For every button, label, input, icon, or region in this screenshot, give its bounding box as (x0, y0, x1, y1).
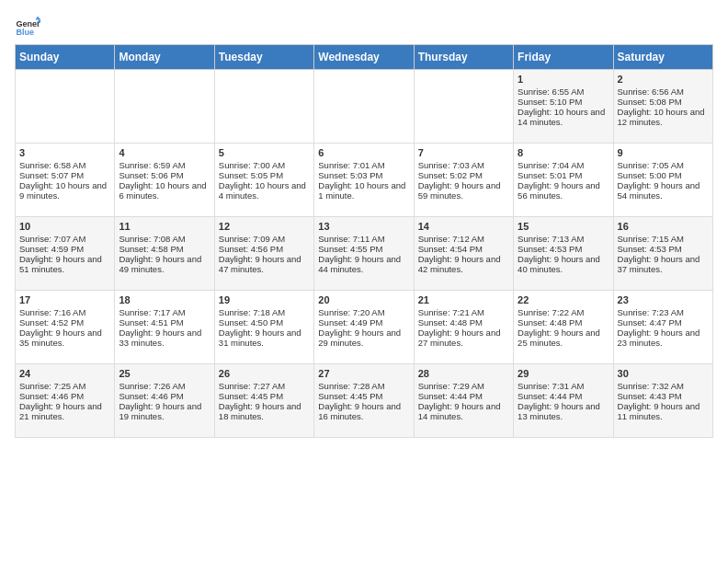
calendar-cell (414, 70, 513, 144)
day-info-line: Sunset: 4:51 PM (119, 317, 210, 327)
calendar-cell: 6Sunrise: 7:01 AMSunset: 5:03 PMDaylight… (314, 144, 414, 217)
day-info-line: Daylight: 9 hours and 29 minutes. (318, 327, 409, 348)
calendar-cell: 12Sunrise: 7:09 AMSunset: 4:56 PMDayligh… (214, 217, 313, 291)
day-info-line: Sunrise: 7:31 AM (518, 381, 609, 391)
day-number: 2 (618, 74, 709, 85)
calendar-cell: 4Sunrise: 6:59 AMSunset: 5:06 PMDaylight… (115, 144, 214, 217)
day-info-line: Sunset: 4:54 PM (418, 244, 509, 254)
day-number: 16 (618, 221, 709, 232)
day-info-line: Sunrise: 7:04 AM (518, 160, 609, 170)
day-info-line: Sunrise: 7:23 AM (618, 307, 709, 317)
day-info-line: Sunset: 4:52 PM (19, 317, 110, 327)
day-info-line: Sunset: 4:53 PM (518, 244, 609, 254)
day-info-line: Sunrise: 7:20 AM (318, 307, 409, 317)
calendar-cell: 21Sunrise: 7:21 AMSunset: 4:48 PMDayligh… (414, 291, 513, 364)
day-info-line: Daylight: 9 hours and 19 minutes. (119, 401, 210, 421)
day-number: 14 (418, 221, 509, 232)
day-info-line: Daylight: 10 hours and 9 minutes. (19, 180, 110, 201)
calendar-cell: 11Sunrise: 7:08 AMSunset: 4:58 PMDayligh… (115, 217, 214, 291)
day-info-line: Daylight: 9 hours and 40 minutes. (518, 254, 609, 274)
day-info-line: Sunrise: 7:17 AM (119, 307, 210, 317)
day-info-line: Sunset: 4:58 PM (119, 244, 210, 254)
calendar-body: 1Sunrise: 6:55 AMSunset: 5:10 PMDaylight… (16, 70, 713, 438)
day-info-line: Sunrise: 6:55 AM (518, 86, 609, 97)
day-info-line: Daylight: 9 hours and 56 minutes. (518, 180, 609, 201)
day-number: 11 (119, 221, 210, 232)
day-header: Wednesday (314, 45, 414, 70)
day-info-line: Sunrise: 7:12 AM (418, 234, 509, 244)
day-number: 26 (219, 368, 310, 379)
day-header: Thursday (414, 45, 513, 70)
day-info-line: Sunrise: 7:32 AM (618, 381, 709, 391)
day-info-line: Sunset: 4:44 PM (418, 391, 509, 401)
calendar-week-row: 10Sunrise: 7:07 AMSunset: 4:59 PMDayligh… (16, 217, 713, 291)
day-number: 15 (518, 221, 609, 232)
day-info-line: Sunrise: 7:13 AM (518, 234, 609, 244)
calendar-cell: 19Sunrise: 7:18 AMSunset: 4:50 PMDayligh… (214, 291, 313, 364)
calendar-cell: 17Sunrise: 7:16 AMSunset: 4:52 PMDayligh… (16, 291, 115, 364)
day-info-line: Daylight: 9 hours and 59 minutes. (418, 180, 509, 201)
logo: General Blue (15, 15, 44, 40)
calendar-cell: 14Sunrise: 7:12 AMSunset: 4:54 PMDayligh… (414, 217, 513, 291)
day-number: 9 (618, 147, 709, 158)
day-number: 20 (318, 294, 409, 305)
day-number: 13 (318, 221, 409, 232)
calendar-cell: 13Sunrise: 7:11 AMSunset: 4:55 PMDayligh… (314, 217, 414, 291)
day-info-line: Daylight: 9 hours and 16 minutes. (318, 401, 409, 421)
day-number: 5 (219, 147, 310, 158)
day-info-line: Sunrise: 7:22 AM (518, 307, 609, 317)
calendar-cell: 8Sunrise: 7:04 AMSunset: 5:01 PMDaylight… (514, 144, 613, 217)
calendar-week-row: 1Sunrise: 6:55 AMSunset: 5:10 PMDaylight… (16, 70, 713, 144)
day-info-line: Sunrise: 7:03 AM (418, 160, 509, 170)
day-info-line: Sunset: 4:53 PM (618, 244, 709, 254)
day-info-line: Daylight: 9 hours and 51 minutes. (19, 254, 110, 274)
day-number: 12 (219, 221, 310, 232)
calendar-header: SundayMondayTuesdayWednesdayThursdayFrid… (16, 45, 713, 70)
day-header: Saturday (613, 45, 712, 70)
day-info-line: Sunset: 4:46 PM (19, 391, 110, 401)
calendar-cell: 2Sunrise: 6:56 AMSunset: 5:08 PMDaylight… (613, 70, 712, 144)
day-info-line: Sunrise: 7:16 AM (19, 307, 110, 317)
day-info-line: Daylight: 9 hours and 23 minutes. (618, 327, 709, 348)
day-number: 10 (19, 221, 110, 232)
day-number: 18 (119, 294, 210, 305)
calendar-cell (16, 70, 115, 144)
day-info-line: Sunset: 5:06 PM (119, 170, 210, 180)
day-info-line: Daylight: 9 hours and 14 minutes. (418, 401, 509, 421)
day-info-line: Sunset: 4:50 PM (219, 317, 310, 327)
calendar-cell: 5Sunrise: 7:00 AMSunset: 5:05 PMDaylight… (214, 144, 313, 217)
day-info-line: Sunset: 5:05 PM (219, 170, 310, 180)
day-info-line: Daylight: 10 hours and 4 minutes. (219, 180, 310, 201)
calendar-cell: 16Sunrise: 7:15 AMSunset: 4:53 PMDayligh… (613, 217, 712, 291)
calendar-cell: 7Sunrise: 7:03 AMSunset: 5:02 PMDaylight… (414, 144, 513, 217)
calendar-cell: 1Sunrise: 6:55 AMSunset: 5:10 PMDaylight… (514, 70, 613, 144)
day-info-line: Daylight: 10 hours and 6 minutes. (119, 180, 210, 201)
calendar-cell: 28Sunrise: 7:29 AMSunset: 4:44 PMDayligh… (414, 364, 513, 438)
day-info-line: Sunrise: 7:11 AM (318, 234, 409, 244)
calendar-cell (314, 70, 414, 144)
day-info-line: Sunset: 4:44 PM (518, 391, 609, 401)
day-info-line: Sunset: 4:46 PM (119, 391, 210, 401)
day-info-line: Sunrise: 7:08 AM (119, 234, 210, 244)
day-number: 24 (19, 368, 110, 379)
calendar-cell: 18Sunrise: 7:17 AMSunset: 4:51 PMDayligh… (115, 291, 214, 364)
day-info-line: Daylight: 9 hours and 37 minutes. (618, 254, 709, 274)
day-info-line: Sunrise: 7:21 AM (418, 307, 509, 317)
day-info-line: Sunrise: 7:01 AM (318, 160, 409, 170)
calendar-cell: 27Sunrise: 7:28 AMSunset: 4:45 PMDayligh… (314, 364, 414, 438)
calendar-cell (214, 70, 313, 144)
day-info-line: Sunrise: 7:18 AM (219, 307, 310, 317)
day-info-line: Sunset: 5:03 PM (318, 170, 409, 180)
calendar-cell: 29Sunrise: 7:31 AMSunset: 4:44 PMDayligh… (514, 364, 613, 438)
calendar-cell: 9Sunrise: 7:05 AMSunset: 5:00 PMDaylight… (613, 144, 712, 217)
logo-icon: General Blue (15, 15, 40, 40)
day-info-line: Sunset: 4:45 PM (318, 391, 409, 401)
day-info-line: Sunset: 5:10 PM (518, 97, 609, 107)
day-info-line: Daylight: 9 hours and 25 minutes. (518, 327, 609, 348)
day-info-line: Sunset: 5:08 PM (618, 97, 709, 107)
calendar-week-row: 24Sunrise: 7:25 AMSunset: 4:46 PMDayligh… (16, 364, 713, 438)
day-info-line: Sunrise: 6:56 AM (618, 86, 709, 97)
day-info-line: Sunset: 5:01 PM (518, 170, 609, 180)
svg-marker-2 (35, 16, 40, 19)
day-info-line: Sunrise: 7:29 AM (418, 381, 509, 391)
